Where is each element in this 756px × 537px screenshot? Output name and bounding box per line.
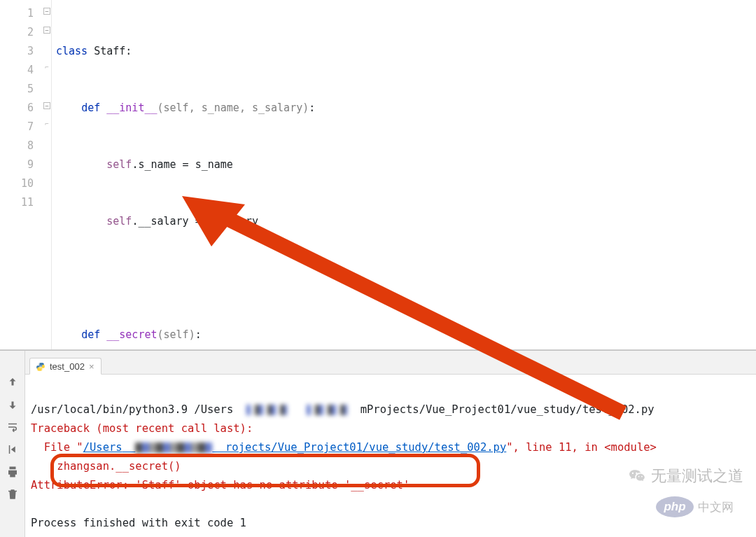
fold-end-icon: ⌐ — [43, 64, 50, 71]
fold-toggle[interactable]: − — [43, 27, 50, 34]
close-icon[interactable]: × — [89, 361, 94, 372]
svg-point-0 — [39, 363, 40, 364]
fold-column: − − ⌐ − ⌐ — [42, 0, 52, 349]
line-number: 11 — [4, 193, 34, 212]
run-tab[interactable]: test_002 × — [29, 358, 102, 375]
gutter: 1 2 3 4 5 6 7 8 9 10 11 — [0, 0, 42, 349]
code-line-4[interactable]: self.__salary = s_salary — [52, 212, 756, 231]
traceback-code: zhangsan.__secret() — [31, 460, 181, 473]
code-line-3[interactable]: self.s_name = s_name — [52, 155, 756, 174]
arrow-down-icon[interactable] — [6, 398, 19, 411]
arrow-up-icon[interactable] — [6, 376, 19, 389]
fold-toggle[interactable]: − — [43, 8, 50, 15]
svg-point-1 — [41, 369, 42, 370]
traceback-error: AttributeError: 'Staff' object has no at… — [31, 479, 410, 491]
redacted-path — [135, 442, 212, 453]
line-number: 9 — [4, 155, 34, 174]
traceback-file: File "/Users rojects/Vue_Project01/vue_s… — [31, 441, 657, 454]
code-line-2[interactable]: def __init__(self, s_name, s_salary): — [52, 99, 756, 118]
line-number: 2 — [4, 23, 34, 42]
line-number: 3 — [4, 42, 34, 61]
scroll-to-end-icon[interactable] — [6, 443, 19, 456]
trash-icon[interactable] — [6, 488, 19, 501]
line-number: 8 — [4, 137, 34, 155]
fold-end-icon: ⌐ — [43, 121, 50, 128]
line-number: 5 — [4, 80, 34, 99]
console-output[interactable]: /usr/local/bin/python3.9 /Users mProject… — [25, 375, 756, 537]
soft-wrap-icon[interactable] — [6, 421, 19, 433]
code-line-1[interactable]: class Staff: — [52, 42, 756, 61]
run-tab-label: test_002 — [50, 361, 85, 372]
fold-toggle[interactable]: − — [43, 102, 50, 109]
redacted-path — [246, 405, 287, 415]
line-number: 10 — [4, 174, 34, 193]
run-tab-bar: test_002 × — [25, 351, 756, 375]
python-file-icon — [36, 362, 46, 372]
line-number: 4 — [4, 61, 34, 80]
code-line-6[interactable]: def __secret(self): — [52, 326, 756, 344]
line-number: 7 — [4, 118, 34, 137]
redacted-path — [307, 405, 347, 415]
code-line-5[interactable] — [52, 269, 756, 288]
run-content: test_002 × /usr/local/bin/python3.9 /Use… — [25, 351, 756, 537]
line-number: 6 — [4, 99, 34, 118]
line-number: 1 — [4, 4, 34, 23]
exit-status: Process finished with exit code 1 — [31, 517, 246, 529]
traceback-header: Traceback (most recent call last): — [31, 422, 253, 435]
code-area[interactable]: class Staff: def __init__(self, s_name, … — [52, 0, 756, 349]
console-cmd: /usr/local/bin/python3.9 /Users mProject… — [31, 403, 654, 416]
code-editor[interactable]: 1 2 3 4 5 6 7 8 9 10 11 − − ⌐ − ⌐ class … — [0, 0, 756, 350]
print-icon[interactable] — [6, 466, 19, 478]
run-tool-column — [0, 351, 25, 537]
run-panel: test_002 × /usr/local/bin/python3.9 /Use… — [0, 350, 756, 537]
traceback-link[interactable]: /Users rojects/Vue_Project01/vue_study/t… — [83, 441, 507, 454]
